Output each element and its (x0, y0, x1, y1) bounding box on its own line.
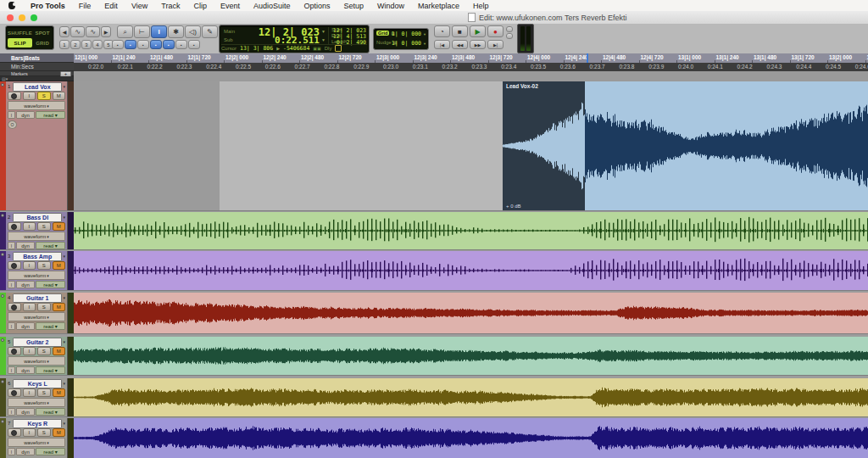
solo-button[interactable]: S (37, 92, 51, 100)
record-enable-button[interactable] (8, 388, 21, 397)
mode-grid-button[interactable]: GRID (33, 38, 52, 47)
zoom-preset-4-button[interactable]: 4 (92, 40, 103, 49)
track-name[interactable]: Guitar 2 (13, 338, 62, 347)
voice-selector[interactable]: I (8, 111, 15, 119)
mode-shuffle-button[interactable]: SHUFFLE (8, 28, 32, 37)
menu-item-marketplace[interactable]: Marketplace (411, 2, 466, 10)
timeline-link-icon[interactable]: ▣▣ (313, 46, 320, 51)
record-enable-button[interactable] (8, 92, 21, 100)
return-to-zero-button[interactable]: |◀ (434, 40, 450, 49)
track-list-icon[interactable]: ▤▾ (2, 76, 8, 81)
pencil-tool-button[interactable]: ✎ (202, 25, 218, 38)
elastic-audio-selector[interactable]: dyn (16, 366, 35, 374)
menu-item-track[interactable]: Track (154, 2, 186, 10)
track-view-selector[interactable]: waveform ▾ (8, 312, 65, 321)
menu-item-file[interactable]: File (72, 2, 98, 10)
track-name[interactable]: Bass DI (13, 213, 62, 222)
record-enable-button[interactable] (8, 347, 21, 355)
track-lane[interactable] (74, 251, 868, 290)
grid-dropdown-icon[interactable]: ▼ (423, 32, 426, 36)
transport-expand-top-button[interactable] (506, 26, 513, 32)
apple-menu-icon[interactable] (8, 2, 15, 9)
automation-mode-selector[interactable]: read ▾ (36, 242, 65, 249)
track-view-selector[interactable]: waveform ▾ (8, 232, 65, 241)
ruler-label-bars-beats[interactable]: Bars|Beats (0, 53, 74, 63)
zoom-preset-2-button[interactable]: 2 (70, 40, 81, 49)
elastic-audio-selector[interactable]: dyn (16, 322, 35, 330)
go-to-end-button[interactable]: ▶| (487, 40, 504, 49)
track-name[interactable]: Lead Vox (13, 82, 62, 92)
output-window-button[interactable]: O (8, 120, 17, 129)
track-lane[interactable] (74, 418, 868, 458)
mute-button[interactable]: M (53, 92, 66, 100)
menu-item-audiosuite[interactable]: AudioSuite (247, 2, 298, 10)
play-button[interactable]: ▶ (470, 25, 486, 37)
grid-value-label[interactable]: Grid (376, 31, 389, 36)
menu-item-help[interactable]: Help (466, 2, 496, 10)
audio-zoom-in-button[interactable]: ∿ (86, 26, 100, 37)
nudge-dropdown-icon[interactable]: ▼ (423, 42, 426, 46)
mute-button[interactable]: M (53, 222, 66, 231)
automation-mode-selector[interactable]: read ▾ (36, 408, 65, 416)
automation-mode-selector[interactable]: read ▾ (36, 366, 65, 374)
menu-item-pro-tools[interactable]: Pro Tools (24, 2, 72, 10)
automation-mode-selector[interactable]: read ▾ (36, 281, 65, 288)
horizontal-zoom-out-button[interactable]: ◀ (59, 26, 70, 37)
edit-toggle-button-2[interactable]: ▪ (125, 40, 136, 49)
close-window-button[interactable] (7, 14, 14, 21)
selector-tool-button[interactable]: I (151, 25, 167, 38)
stop-button[interactable]: ■ (452, 25, 468, 37)
voice-selector[interactable]: I (8, 322, 15, 330)
automation-mode-selector[interactable]: read ▾ (36, 322, 65, 330)
edit-toggle-button-1[interactable]: ▪ (112, 40, 124, 49)
input-monitor-button[interactable]: I (23, 428, 36, 437)
record-enable-button[interactable] (8, 303, 21, 311)
solo-button[interactable]: S (37, 261, 51, 270)
menu-item-window[interactable]: Window (370, 2, 411, 10)
trim-tool-button[interactable]: ⊢ (134, 25, 150, 38)
grabber-tool-button[interactable]: ✱ (168, 25, 184, 38)
rewind-button[interactable]: ◀◀ (452, 40, 468, 49)
track-view-selector[interactable]: waveform ▾ (8, 101, 65, 110)
record-button[interactable]: ● (487, 25, 504, 37)
track-freeze-icon[interactable] (1, 380, 4, 383)
fast-forward-button[interactable]: ▶▶ (470, 40, 486, 49)
track-lane[interactable] (74, 212, 868, 249)
voice-selector[interactable]: I (8, 281, 15, 288)
sub-counter-dropdown-icon[interactable]: ▼ (321, 37, 326, 42)
track-lane[interactable] (74, 337, 868, 375)
track-options-icon[interactable]: ▾ (63, 295, 65, 300)
input-monitor-button[interactable]: I (23, 388, 36, 397)
track-name[interactable]: Keys L (13, 379, 62, 388)
mute-button[interactable]: M (53, 261, 66, 270)
edit-toggle-button-7[interactable]: ▪ (188, 40, 200, 49)
elastic-audio-selector[interactable]: dyn (16, 408, 35, 416)
menu-item-view[interactable]: View (125, 2, 154, 10)
edit-toggle-button-5[interactable]: ▪ (163, 40, 175, 49)
scrub-tool-button[interactable]: ◁) (185, 25, 201, 38)
record-enable-button[interactable] (8, 261, 21, 270)
mute-button[interactable]: M (53, 428, 66, 437)
record-enable-button[interactable] (8, 428, 21, 437)
voice-selector[interactable]: I (8, 448, 15, 455)
track-freeze-icon[interactable] (1, 338, 4, 342)
voice-selector[interactable]: I (8, 408, 15, 416)
voice-selector[interactable]: I (8, 242, 15, 249)
input-monitor-button[interactable]: I (23, 261, 36, 270)
horizontal-zoom-in-button[interactable]: ▶ (101, 26, 111, 37)
online-button[interactable]: ◔ (434, 25, 450, 37)
zoom-preset-3-button[interactable]: 3 (81, 40, 92, 49)
automation-mode-selector[interactable]: read ▾ (36, 111, 65, 119)
track-options-icon[interactable]: ▾ (63, 421, 65, 426)
mode-spot-button[interactable]: SPOT (33, 28, 52, 37)
track-view-selector[interactable]: waveform ▾ (8, 438, 65, 447)
mode-slip-button[interactable]: SLIP (8, 38, 32, 47)
zoom-preset-1-button[interactable]: 1 (59, 40, 70, 49)
mute-button[interactable]: M (53, 388, 66, 397)
track-lane[interactable] (74, 378, 868, 416)
menu-item-setup[interactable]: Setup (337, 2, 371, 10)
track-options-icon[interactable]: ▾ (63, 84, 65, 89)
elastic-audio-selector[interactable]: dyn (16, 448, 35, 455)
track-name[interactable]: Bass Amp (13, 252, 62, 261)
minimize-window-button[interactable] (19, 14, 25, 21)
